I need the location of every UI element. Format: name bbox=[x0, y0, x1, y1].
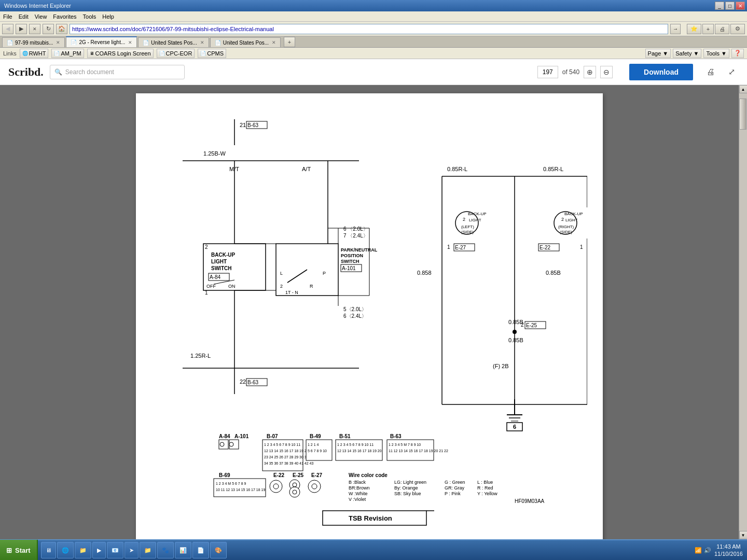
go-button[interactable]: → bbox=[670, 24, 681, 34]
svg-text:1: 1 bbox=[205, 290, 208, 296]
link-cpceor[interactable]: 📄 CPC-EOR bbox=[157, 49, 195, 58]
svg-text:TSB Revision: TSB Revision bbox=[349, 514, 392, 522]
back-button[interactable]: ◀ bbox=[2, 24, 13, 34]
home-button[interactable]: 🏠 bbox=[56, 24, 67, 34]
taskbar-right: 📶 🔊 11:43 AM 11/10/2016 bbox=[690, 543, 747, 558]
tab-1-label: 97-99 mitsubis... bbox=[15, 40, 53, 46]
svg-text:A/T: A/T bbox=[302, 166, 311, 172]
svg-text:HF09M03AA: HF09M03AA bbox=[515, 498, 545, 504]
link-rwht-icon: 🌐 bbox=[22, 51, 28, 56]
svg-point-97 bbox=[220, 442, 224, 446]
svg-text:V :Violet: V :Violet bbox=[349, 497, 366, 502]
settings-icon[interactable]: ⚙ bbox=[730, 24, 745, 34]
scroll-thumb[interactable] bbox=[739, 99, 746, 130]
link-coars[interactable]: 🖥 COARS Login Screen bbox=[87, 49, 154, 58]
start-button[interactable]: ⊞ Start bbox=[0, 540, 38, 560]
tab-1-close[interactable]: ✕ bbox=[56, 40, 60, 45]
taskbar-app-7-icon: 🐾 bbox=[162, 547, 169, 554]
scroll-up-arrow[interactable]: ▲ bbox=[739, 85, 748, 93]
svg-text:(RIGHT): (RIGHT) bbox=[558, 225, 574, 229]
svg-text:22: 22 bbox=[240, 379, 246, 385]
taskbar-app-10[interactable]: 🎨 bbox=[210, 542, 227, 558]
print-icon[interactable]: 🖨 bbox=[715, 24, 729, 34]
svg-text:2: 2 bbox=[463, 217, 465, 222]
print-icon[interactable]: 🖨 bbox=[703, 65, 718, 79]
taskbar-app-0[interactable]: 🖥 bbox=[41, 542, 56, 558]
zoom-out-button[interactable]: ⊖ bbox=[600, 66, 613, 78]
menu-favorites[interactable]: Favorites bbox=[53, 13, 76, 20]
refresh-button[interactable]: ↻ bbox=[43, 24, 54, 34]
address-box[interactable]: https://www.scribd.com/doc/6721606/97-99… bbox=[70, 24, 668, 34]
taskbar-app-9[interactable]: 📄 bbox=[192, 542, 209, 558]
taskbar-app-1[interactable]: 🌐 bbox=[57, 542, 74, 558]
zoom-in-button[interactable]: ⊕ bbox=[584, 66, 596, 78]
add-tab-icon[interactable]: + bbox=[702, 24, 714, 34]
fullscreen-icon[interactable]: ⤢ bbox=[724, 65, 739, 79]
ie-page-tools: Page ▼ Safety ▼ Tools ▼ ❓ bbox=[645, 49, 744, 58]
tab-3[interactable]: 📄 United States Pos... ✕ bbox=[138, 37, 209, 47]
svg-text:34 35 36 37 38 39 40 41 42 43: 34 35 36 37 38 39 40 41 42 43 bbox=[264, 461, 313, 465]
svg-text:B :Black: B :Black bbox=[349, 480, 366, 485]
forward-button[interactable]: ▶ bbox=[16, 24, 27, 34]
tab-4-close[interactable]: ✕ bbox=[272, 40, 276, 45]
document-search-box[interactable]: 🔍 Search document bbox=[50, 65, 185, 79]
link-ampm-label: AM_PM bbox=[61, 50, 81, 57]
svg-text:0.85R-L: 0.85R-L bbox=[447, 166, 467, 172]
close-button[interactable]: ✕ bbox=[736, 2, 745, 10]
taskbar-app-8[interactable]: 📊 bbox=[175, 542, 191, 558]
taskbar-app-2[interactable]: 📁 bbox=[75, 542, 91, 558]
window-controls[interactable]: _ □ ✕ bbox=[715, 2, 745, 10]
tools-tool-btn[interactable]: Tools ▼ bbox=[703, 49, 729, 58]
taskbar-app-5[interactable]: ➤ bbox=[125, 542, 139, 558]
menu-file[interactable]: File bbox=[3, 13, 12, 20]
favorites-icon[interactable]: ⭐ bbox=[687, 24, 701, 34]
menu-help[interactable]: Help bbox=[102, 13, 114, 20]
link-cpms[interactable]: 📄 CPMS bbox=[198, 49, 226, 58]
svg-text:1: 1 bbox=[580, 244, 583, 250]
tab-2-close[interactable]: ✕ bbox=[128, 40, 132, 45]
maximize-button[interactable]: □ bbox=[725, 2, 735, 10]
minimize-button[interactable]: _ bbox=[715, 2, 724, 10]
taskbar-app-7[interactable]: 🐾 bbox=[157, 542, 174, 558]
menu-tools[interactable]: Tools bbox=[83, 13, 96, 20]
svg-text:2: 2 bbox=[205, 244, 208, 250]
menu-view[interactable]: View bbox=[35, 13, 47, 20]
svg-text:LIGHT: LIGHT bbox=[565, 218, 578, 222]
vertical-scrollbar[interactable]: ▲ ▼ bbox=[739, 85, 747, 539]
new-tab-button[interactable]: + bbox=[284, 37, 295, 47]
taskbar-app-9-icon: 📄 bbox=[197, 547, 204, 554]
svg-text:A-84: A-84 bbox=[210, 274, 221, 280]
help-tool-btn[interactable]: ❓ bbox=[731, 49, 744, 58]
svg-point-125 bbox=[273, 484, 279, 489]
ie-right-tools: ⭐ + 🖨 ⚙ bbox=[683, 24, 745, 34]
download-button[interactable]: Download bbox=[629, 64, 693, 80]
tab-1[interactable]: 📄 97-99 mitsubis... ✕ bbox=[2, 37, 65, 47]
svg-text:B-07: B-07 bbox=[267, 433, 278, 439]
page-tool-btn[interactable]: Page ▼ bbox=[645, 49, 671, 58]
system-tray-icons: 📶 🔊 bbox=[695, 547, 711, 554]
link-rwht[interactable]: 🌐 RWHT bbox=[20, 49, 49, 58]
scroll-down-arrow[interactable]: ▼ bbox=[739, 531, 748, 539]
taskbar-app-3[interactable]: ▶ bbox=[92, 542, 106, 558]
svg-point-127 bbox=[293, 483, 297, 487]
svg-text:1.25R-L: 1.25R-L bbox=[190, 353, 211, 359]
page-number-input[interactable] bbox=[537, 66, 558, 78]
stop-button[interactable]: ✕ bbox=[29, 24, 40, 34]
scroll-track[interactable] bbox=[739, 93, 747, 531]
taskbar-app-6[interactable]: 📁 bbox=[140, 542, 156, 558]
link-ampm[interactable]: 📄 AM_PM bbox=[51, 49, 84, 58]
svg-text:E-25: E-25 bbox=[526, 323, 537, 328]
svg-text:10 11 12 13 14 15 16 17 18 19: 10 11 12 13 14 15 16 17 18 19 bbox=[216, 488, 265, 492]
menu-edit[interactable]: Edit bbox=[19, 13, 29, 20]
svg-text:B-49: B-49 bbox=[310, 433, 321, 439]
svg-text:E-25: E-25 bbox=[293, 472, 304, 478]
svg-text:11 12 13 14 15 16 17 18 19 20 : 11 12 13 14 15 16 17 18 19 20 21 22 bbox=[389, 449, 448, 453]
taskbar-app-4[interactable]: 📧 bbox=[107, 542, 123, 558]
tab-3-close[interactable]: ✕ bbox=[200, 40, 204, 45]
svg-text:L : Blue: L : Blue bbox=[477, 480, 493, 485]
tab-4[interactable]: 📄 United States Pos... ✕ bbox=[210, 37, 281, 47]
safety-tool-btn[interactable]: Safety ▼ bbox=[673, 49, 701, 58]
wiring-diagram-svg: 21 B-63 1.25B-W M/T A/T BACK-UP LIGHT SW… bbox=[151, 104, 587, 539]
tab-2[interactable]: 📄 2G - Reverse light... ✕ bbox=[66, 36, 137, 47]
svg-text:21: 21 bbox=[240, 122, 246, 128]
